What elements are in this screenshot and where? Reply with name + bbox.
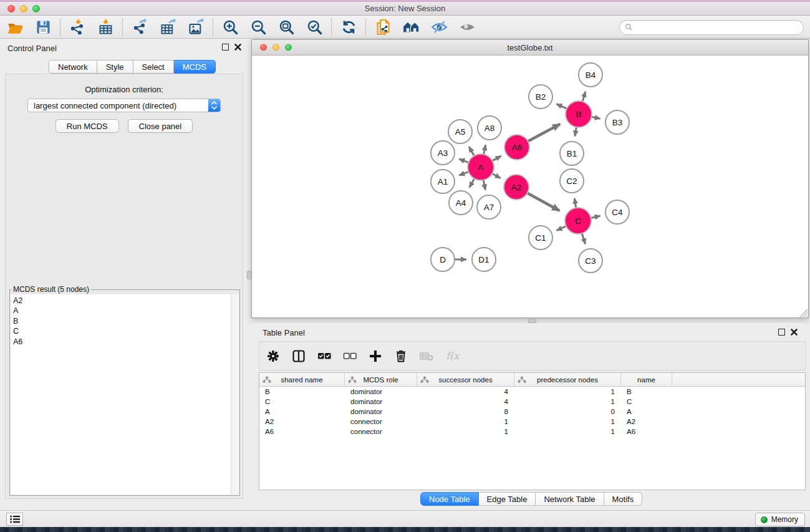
table-row[interactable]: Adominator80A [259,407,805,417]
network-window-titlebar[interactable]: testGlobe.txt [252,40,808,56]
graph-edge-A2-C[interactable] [527,193,559,211]
task-history-button[interactable] [6,513,23,526]
mcds-result-item[interactable]: B [13,316,231,326]
tab-network-table[interactable]: Network Table [536,492,604,506]
tab-motifs[interactable]: Motifs [604,492,643,506]
delete-column-button[interactable] [393,348,409,364]
mcds-result-item[interactable]: A2 [13,296,231,306]
column-header-name[interactable]: name [621,373,672,386]
graph-edge-A-A8[interactable] [483,145,486,155]
zoom-window-button[interactable] [32,5,40,12]
show-eye-button[interactable] [458,19,476,36]
horizontal-split-handle[interactable] [528,319,536,323]
tab-edge-table[interactable]: Edge Table [479,492,536,506]
graph-edge-A-A5[interactable] [469,147,475,156]
search-input[interactable] [636,23,798,32]
home-button[interactable] [402,19,420,36]
zoom-fit-button[interactable] [277,19,295,36]
column-header-predecessor-nodes[interactable]: predecessor nodes [514,373,621,386]
graph-edge-A-A3[interactable] [459,159,469,163]
table-cell[interactable]: 1 [514,388,621,395]
table-cell[interactable]: A2 [259,418,345,425]
table-cell[interactable]: C [259,398,345,405]
graph-edge-B-B2[interactable] [556,104,567,109]
table-cell[interactable]: B [259,388,345,395]
export-network-button[interactable] [131,19,148,36]
add-column-button[interactable] [367,348,383,364]
float-table-panel-icon[interactable] [778,329,785,336]
network-close-button[interactable] [260,44,267,51]
network-canvas[interactable]: AA6A2BCA1A3A4A5A7A8B1B2B3B4C1C2C3C4DD1 [252,56,808,317]
mcds-result-item[interactable]: C [13,326,231,336]
table-row[interactable]: Bdominator41B [259,387,805,397]
table-cell[interactable]: connector [345,428,417,435]
deselect-all-button[interactable] [342,348,358,364]
graph-edge-A-A7[interactable] [483,180,485,190]
column-header-shared-name[interactable]: shared name [259,373,345,386]
table-cell[interactable]: 8 [417,408,514,415]
zoom-selected-button[interactable] [306,19,323,36]
graph-edge-C-C2[interactable] [574,198,576,209]
close-table-panel-icon[interactable] [791,329,798,336]
settings-gear-button[interactable] [265,348,281,364]
tab-network[interactable]: Network [49,60,97,74]
table-cell[interactable]: 1 [514,418,621,425]
mcds-result-item[interactable]: A [13,306,231,316]
memory-button[interactable]: Memory [755,513,805,526]
table-cell[interactable]: dominator [345,388,417,395]
table-cell[interactable]: A [259,408,345,415]
close-window-button[interactable] [7,5,15,12]
table-cell[interactable]: 0 [514,408,621,415]
column-header-MCDS-role[interactable]: MCDS role [345,373,417,386]
open-file-button[interactable] [6,19,24,36]
tab-node-table[interactable]: Node Table [420,492,479,506]
table-cell[interactable]: A6 [621,428,672,435]
tab-style[interactable]: Style [97,60,133,74]
mcds-result-item[interactable]: A6 [13,337,231,347]
table-cell[interactable]: connector [345,418,417,425]
table-cell[interactable]: A2 [621,418,672,425]
export-image-button[interactable] [187,19,205,36]
graph-edge-A-A6[interactable] [492,156,501,161]
tab-select[interactable]: Select [133,60,174,74]
table-cell[interactable]: 1 [514,428,621,435]
refresh-button[interactable] [340,19,357,36]
table-cell[interactable]: C [621,398,672,405]
export-table-button[interactable] [159,19,176,36]
table-row[interactable]: A6connector11A6 [259,427,805,437]
graph-edge-A-A2[interactable] [491,173,500,178]
table-cell[interactable]: 4 [417,398,514,405]
save-session-button[interactable] [34,19,52,36]
network-zoom-button[interactable] [285,44,292,51]
run-mcds-button[interactable]: Run MCDS [55,119,119,133]
table-cell[interactable]: 1 [417,428,514,435]
zoom-out-button[interactable] [249,19,267,36]
zoom-in-button[interactable] [221,19,239,36]
graph-edge-C-C3[interactable] [582,233,586,244]
table-cell[interactable]: 1 [417,418,514,425]
table-cell[interactable]: A6 [259,428,345,435]
close-panel-button[interactable]: Close panel [128,119,193,133]
table-cell[interactable]: 4 [417,388,514,395]
graph-edge-A-A1[interactable] [459,172,469,175]
tab-mcds[interactable]: MCDS [174,60,216,74]
graph-edge-B-B3[interactable] [591,117,600,118]
import-network-button[interactable] [69,19,86,36]
graph-edge-B-B4[interactable] [582,92,586,102]
graph-edge-A-A4[interactable] [470,178,475,187]
split-view-button[interactable] [291,348,307,364]
result-list-scrollbar[interactable] [231,294,239,495]
vertical-split-handle[interactable] [247,271,251,279]
graph-edge-C-C4[interactable] [591,216,600,218]
table-cell[interactable]: dominator [345,398,417,405]
import-table-button[interactable] [97,19,114,36]
optimization-criterion-select[interactable]: largest connected component (directed) [27,99,221,112]
minimize-window-button[interactable] [20,5,27,12]
table-cell[interactable]: 1 [514,398,621,405]
column-header-successor-nodes[interactable]: successor nodes [417,373,514,386]
network-minimize-button[interactable] [272,44,279,51]
table-row[interactable]: Cdominator41C [259,397,805,407]
window-resize-grip[interactable] [799,309,808,317]
copy-network-button[interactable] [374,19,392,36]
search-field[interactable] [619,20,804,35]
